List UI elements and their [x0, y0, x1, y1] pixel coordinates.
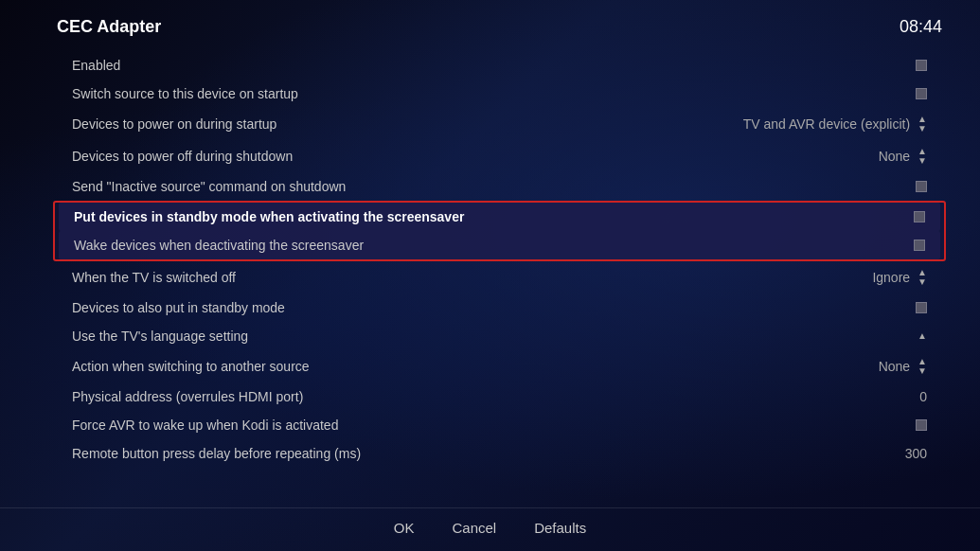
main-content: CEC Adapter 08:44 Enabled Switch source … — [0, 0, 980, 551]
setting-label-inactive-source: Send "Inactive source" command on shutdo… — [72, 179, 916, 194]
setting-value-physical-address: 0 — [919, 389, 927, 404]
checkbox-force-avr[interactable] — [916, 419, 927, 431]
clock: 08:44 — [900, 17, 942, 37]
setting-label-physical-address: Physical address (overrules HDMI port) — [72, 389, 919, 404]
setting-row-standby-screensaver[interactable]: Put devices in standby mode when activat… — [59, 203, 940, 231]
setting-value-button-delay: 300 — [905, 446, 927, 461]
setting-value-power-on: TV and AVR device (explicit) ▲▼ — [743, 115, 927, 133]
setting-row-devices-standby[interactable]: Devices to also put in standby mode — [57, 293, 942, 322]
page-title: CEC Adapter — [57, 17, 161, 37]
setting-value-enabled — [916, 60, 927, 71]
setting-label-action-switching: Action when switching to another source — [72, 359, 879, 374]
button-delay-number: 300 — [905, 446, 927, 461]
setting-row-enabled[interactable]: Enabled — [57, 51, 942, 80]
setting-value-wake-screensaver — [914, 240, 925, 251]
setting-label-devices-standby: Devices to also put in standby mode — [72, 300, 916, 315]
setting-value-switch-source — [916, 88, 927, 99]
setting-row-wake-screensaver[interactable]: Wake devices when deactivating the scree… — [59, 231, 940, 259]
chevrons-power-off: ▲▼ — [918, 147, 927, 166]
setting-label-button-delay: Remote button press delay before repeati… — [72, 446, 905, 461]
setting-label-wake-screensaver: Wake devices when deactivating the scree… — [74, 238, 914, 253]
setting-label-enabled: Enabled — [72, 58, 916, 73]
tv-off-value-text: Ignore — [872, 270, 910, 285]
setting-row-action-switching[interactable]: Action when switching to another source … — [57, 350, 942, 382]
setting-value-inactive-source — [916, 181, 927, 192]
setting-row-power-off[interactable]: Devices to power off during shutdown Non… — [57, 140, 942, 172]
power-on-value-text: TV and AVR device (explicit) — [743, 116, 910, 132]
chevrons-action-switching: ▲▼ — [918, 357, 927, 376]
highlighted-group: Put devices in standby mode when activat… — [53, 201, 946, 261]
action-switching-value-text: None — [879, 359, 910, 374]
setting-label-tv-off: When the TV is switched off — [72, 270, 872, 285]
setting-value-tv-off: Ignore ▲▼ — [872, 268, 927, 287]
setting-value-action-switching: None ▲▼ — [879, 357, 927, 376]
setting-label-power-on: Devices to power on during startup — [72, 116, 743, 132]
power-off-value-text: None — [879, 149, 910, 164]
cancel-button[interactable]: Cancel — [452, 520, 496, 536]
checkbox-wake-screensaver[interactable] — [914, 240, 925, 251]
header: CEC Adapter 08:44 — [0, 0, 980, 46]
checkbox-enabled[interactable] — [916, 60, 927, 71]
footer: OK Cancel Defaults — [0, 507, 980, 551]
setting-label-force-avr: Force AVR to wake up when Kodi is activa… — [72, 418, 916, 433]
setting-row-tv-language[interactable]: Use the TV's language setting ▲ — [57, 322, 942, 350]
settings-list: Enabled Switch source to this device on … — [0, 51, 980, 507]
setting-row-tv-off[interactable]: When the TV is switched off Ignore ▲▼ — [57, 261, 942, 293]
setting-label-power-off: Devices to power off during shutdown — [72, 149, 879, 164]
setting-value-force-avr — [916, 419, 927, 431]
setting-label-tv-language: Use the TV's language setting — [72, 329, 914, 344]
chevrons-power-on: ▲▼ — [918, 115, 927, 133]
setting-value-standby-screensaver — [914, 211, 925, 222]
checkbox-inactive-source[interactable] — [916, 181, 927, 192]
physical-address-number: 0 — [919, 389, 927, 404]
checkbox-devices-standby[interactable] — [916, 302, 927, 313]
setting-row-switch-source[interactable]: Switch source to this device on startup — [57, 80, 942, 108]
setting-value-tv-language: ▲ — [914, 331, 927, 341]
defaults-button[interactable]: Defaults — [534, 520, 586, 536]
chevrons-tv-language: ▲ — [918, 331, 927, 341]
setting-value-power-off: None ▲▼ — [879, 147, 927, 166]
setting-row-button-delay[interactable]: Remote button press delay before repeati… — [57, 439, 942, 468]
setting-row-power-on[interactable]: Devices to power on during startup TV an… — [57, 108, 942, 140]
setting-label-standby-screensaver: Put devices in standby mode when activat… — [74, 209, 914, 224]
setting-row-physical-address[interactable]: Physical address (overrules HDMI port) 0 — [57, 382, 942, 411]
ok-button[interactable]: OK — [394, 520, 415, 536]
checkbox-standby-screensaver[interactable] — [914, 211, 925, 222]
setting-value-devices-standby — [916, 302, 927, 313]
chevrons-tv-off: ▲▼ — [918, 268, 927, 287]
setting-row-force-avr[interactable]: Force AVR to wake up when Kodi is activa… — [57, 411, 942, 439]
setting-label-switch-source: Switch source to this device on startup — [72, 86, 916, 101]
setting-row-inactive-source[interactable]: Send "Inactive source" command on shutdo… — [57, 172, 942, 201]
checkbox-switch-source[interactable] — [916, 88, 927, 99]
